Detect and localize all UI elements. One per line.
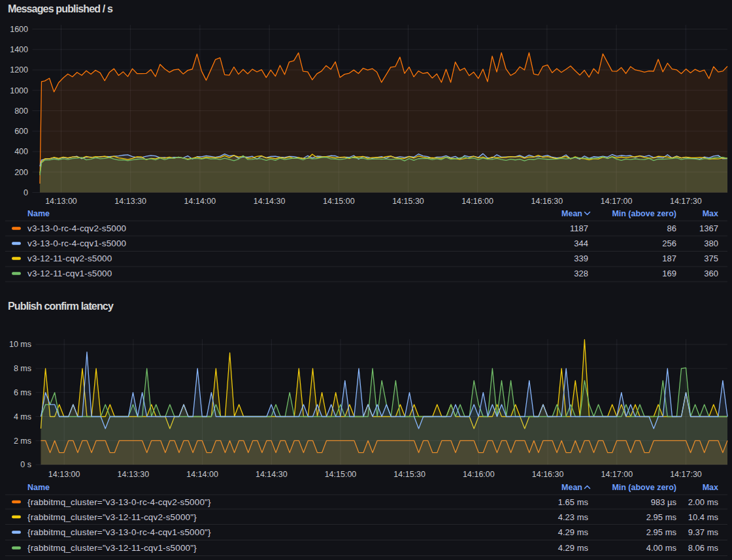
svg-text:200: 200 — [14, 168, 28, 177]
svg-text:8 ms: 8 ms — [14, 364, 31, 373]
svg-text:0: 0 — [24, 188, 28, 197]
svg-text:375: 375 — [704, 254, 718, 263]
svg-text:Messages published / s: Messages published / s — [8, 3, 113, 14]
svg-text:v3-12-11-cqv1-s5000: v3-12-11-cqv1-s5000 — [27, 269, 112, 278]
svg-text:14:16:30: 14:16:30 — [531, 197, 563, 206]
svg-text:Mean: Mean — [561, 483, 582, 492]
svg-text:1187: 1187 — [570, 223, 588, 233]
svg-text:86: 86 — [667, 223, 676, 233]
svg-text:14:17:00: 14:17:00 — [601, 197, 633, 206]
svg-text:9.37 ms: 9.37 ms — [688, 527, 719, 537]
svg-text:10 ms: 10 ms — [9, 340, 31, 349]
svg-text:14:16:00: 14:16:00 — [461, 197, 493, 206]
svg-text:{rabbitmq_cluster="v3-13-0-rc-: {rabbitmq_cluster="v3-13-0-rc-4-cqv2-s50… — [27, 497, 211, 507]
svg-text:360: 360 — [704, 269, 718, 278]
svg-text:4.23 ms: 4.23 ms — [558, 512, 589, 522]
svg-text:14:14:30: 14:14:30 — [254, 197, 286, 206]
svg-text:0 s: 0 s — [20, 460, 31, 469]
svg-text:6 ms: 6 ms — [14, 388, 31, 397]
svg-text:v3-12-11-cqv2-s5000: v3-12-11-cqv2-s5000 — [27, 254, 112, 263]
svg-text:256: 256 — [662, 239, 676, 248]
svg-text:4.29 ms: 4.29 ms — [558, 543, 589, 553]
svg-text:14:15:00: 14:15:00 — [323, 197, 355, 206]
svg-text:14:14:00: 14:14:00 — [186, 470, 218, 479]
svg-text:1000: 1000 — [10, 86, 28, 95]
svg-text:14:17:30: 14:17:30 — [670, 197, 702, 206]
svg-text:339: 339 — [574, 254, 588, 263]
svg-text:Publish confirm latency: Publish confirm latency — [8, 301, 114, 312]
svg-text:328: 328 — [574, 269, 588, 278]
svg-text:14:16:00: 14:16:00 — [463, 470, 495, 479]
svg-text:4 ms: 4 ms — [14, 412, 31, 421]
svg-text:14:15:30: 14:15:30 — [393, 470, 425, 479]
svg-text:344: 344 — [574, 239, 588, 248]
svg-text:2.00 ms: 2.00 ms — [688, 497, 719, 507]
svg-text:14:13:00: 14:13:00 — [48, 470, 80, 479]
svg-text:2.95 ms: 2.95 ms — [646, 512, 677, 522]
svg-text:2 ms: 2 ms — [14, 436, 31, 446]
svg-text:14:13:00: 14:13:00 — [45, 197, 77, 206]
svg-text:14:15:00: 14:15:00 — [325, 470, 357, 479]
svg-text:400: 400 — [14, 147, 28, 156]
svg-text:Name: Name — [27, 483, 50, 492]
svg-text:14:14:00: 14:14:00 — [184, 197, 216, 206]
svg-text:983 µs: 983 µs — [651, 497, 677, 507]
svg-text:1200: 1200 — [10, 65, 28, 74]
svg-text:v3-13-0-rc-4-cqv2-s5000: v3-13-0-rc-4-cqv2-s5000 — [27, 223, 126, 233]
svg-text:4.29 ms: 4.29 ms — [558, 527, 589, 537]
svg-text:169: 169 — [662, 269, 676, 278]
svg-text:14:16:30: 14:16:30 — [532, 470, 564, 479]
svg-text:14:17:30: 14:17:30 — [670, 470, 702, 479]
svg-text:600: 600 — [14, 127, 28, 136]
svg-text:Mean: Mean — [561, 209, 582, 218]
svg-text:4.00 ms: 4.00 ms — [646, 543, 677, 553]
svg-text:14:13:30: 14:13:30 — [118, 470, 150, 479]
svg-text:14:15:30: 14:15:30 — [392, 197, 424, 206]
svg-text:187: 187 — [662, 254, 676, 263]
svg-text:14:17:00: 14:17:00 — [601, 470, 633, 479]
svg-text:1600: 1600 — [10, 25, 28, 34]
svg-text:10.4 ms: 10.4 ms — [688, 512, 719, 522]
svg-text:{rabbitmq_cluster="v3-12-11-cq: {rabbitmq_cluster="v3-12-11-cqv2-s5000"} — [27, 512, 197, 522]
svg-text:Min (above zero): Min (above zero) — [612, 483, 676, 492]
svg-text:v3-13-0-rc-4-cqv1-s5000: v3-13-0-rc-4-cqv1-s5000 — [27, 239, 126, 248]
svg-text:2.95 ms: 2.95 ms — [646, 527, 677, 537]
svg-text:{rabbitmq_cluster="v3-13-0-rc-: {rabbitmq_cluster="v3-13-0-rc-4-cqv1-s50… — [27, 527, 211, 537]
svg-text:800: 800 — [14, 107, 28, 116]
svg-text:{rabbitmq_cluster="v3-12-11-cq: {rabbitmq_cluster="v3-12-11-cqv1-s5000"} — [27, 543, 197, 553]
svg-text:Name: Name — [27, 209, 50, 218]
svg-text:Max: Max — [703, 483, 718, 492]
svg-text:14:13:30: 14:13:30 — [114, 197, 146, 206]
svg-text:1400: 1400 — [10, 45, 28, 54]
svg-text:Max: Max — [703, 209, 718, 218]
svg-text:1367: 1367 — [699, 223, 718, 233]
svg-text:380: 380 — [704, 239, 718, 248]
svg-text:8.06 ms: 8.06 ms — [688, 543, 719, 553]
svg-text:14:14:30: 14:14:30 — [256, 470, 288, 479]
svg-text:1.65 ms: 1.65 ms — [558, 497, 589, 507]
svg-text:Min (above zero): Min (above zero) — [612, 209, 676, 218]
